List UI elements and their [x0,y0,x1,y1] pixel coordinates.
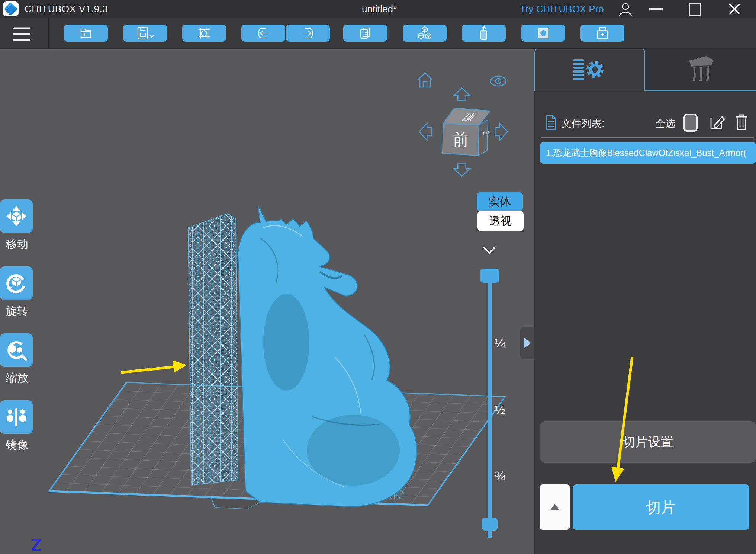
render-mode-perspective-button[interactable]: 透视 [477,211,524,231]
scale-tool-label: 缩放 [0,371,34,386]
model-bust[interactable] [238,205,417,507]
copy-button[interactable] [343,25,387,42]
scale-tool-button[interactable] [0,333,33,367]
file-list-title: 文件列表: [562,117,605,130]
user-account-icon[interactable] [617,2,634,17]
array-clone-button[interactable] [403,25,447,42]
view-cube-right-label: 右 [482,131,491,135]
open-file-button[interactable] [64,25,108,42]
rotate-tool-label: 旋转 [0,304,34,319]
collapse-arrow-icon [524,337,531,349]
z-axis-indicator: Z [31,536,41,554]
app-title: CHITUBOX V1.9.3 [25,3,108,15]
layer-slider-track[interactable] [488,277,492,538]
chevron-down-icon[interactable] [483,246,496,255]
slice-button[interactable]: 切片 [573,484,749,530]
delete-trash-icon[interactable] [735,114,748,130]
try-pro-link[interactable]: Try CHITUBOX Pro [520,3,604,15]
scale-icon [6,339,27,361]
minimize-button[interactable] [649,8,663,10]
layer-slider-handle[interactable] [480,269,499,283]
up-triangle-icon [550,504,560,510]
mirror-tool-label: 镜像 [0,438,34,453]
undo-button[interactable] [241,25,285,42]
tab-support[interactable] [645,48,756,91]
file-list-icon [545,115,557,130]
move-tool-button[interactable] [0,199,33,233]
file-list-divider [541,137,754,138]
support-icon [685,55,717,84]
move-icon [6,205,27,227]
expand-up-button[interactable] [540,484,570,530]
view-cube-front-label: 前 [453,130,469,148]
layer-slider-end-stop[interactable] [482,518,498,531]
rotate-tool-button[interactable] [0,266,33,300]
slider-quarter-label: ¼ [495,336,505,350]
app-logo-icon [3,1,19,16]
maximize-button[interactable] [689,3,701,16]
visibility-eye-icon[interactable] [489,74,507,88]
slider-three-quarter-label: ¾ [495,469,505,483]
tab-slice-settings[interactable] [534,48,645,91]
title-bar: CHITUBOX V1.9.3 untitled* Try CHITUBOX P… [0,0,756,18]
toolbox-button[interactable] [580,25,624,42]
slice-settings-button[interactable]: 切片设置 [540,421,756,463]
menu-hamburger-icon[interactable] [13,26,30,42]
rotate-view-left-icon[interactable] [416,122,435,141]
slider-half-label: ½ [495,403,505,417]
settings-gear-icon [572,57,608,83]
home-view-icon[interactable] [416,71,434,89]
hollow-button[interactable] [462,25,506,42]
dig-hole-button[interactable] [521,25,565,42]
mirror-tool-button[interactable] [0,400,33,434]
redo-button[interactable] [286,25,330,42]
render-mode-solid-button[interactable]: 实体 [477,192,523,211]
view-cube[interactable]: 前 顶 右 [437,103,496,167]
rename-edit-icon[interactable] [710,115,725,130]
rotate-view-up-icon[interactable] [452,87,472,101]
save-button[interactable] [123,25,167,42]
select-all-label: 全选 [655,117,675,130]
rotate-icon [6,272,27,294]
file-list-item[interactable]: 1.恐龙武士胸像BlessedClawOfZiskal_Bust_Armor( [540,142,756,164]
move-tool-label: 移动 [0,237,34,252]
close-button[interactable] [728,3,741,15]
select-all-checkbox[interactable] [683,114,698,132]
panel-collapse-button[interactable] [520,327,534,359]
document-title: untitled* [335,3,424,15]
auto-layout-button[interactable] [182,25,226,42]
mirror-icon [6,406,27,428]
